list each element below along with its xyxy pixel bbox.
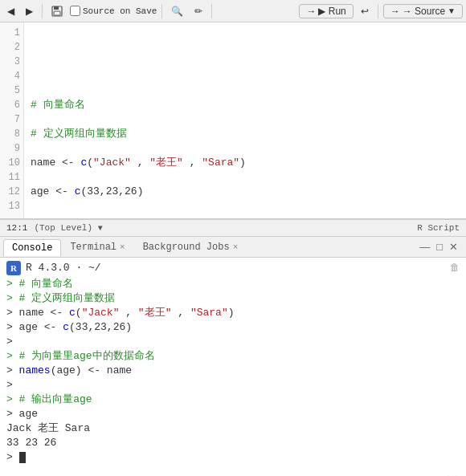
console-tabs-bar: Console Terminal × Background Jobs × — □… xyxy=(0,237,466,258)
code-line-6: age <- c(33,23,26) xyxy=(31,185,460,199)
code-editor[interactable]: # 向量命名 # 定义两组向量数据 name <- c("Jack" , "老王… xyxy=(24,22,466,218)
sep4 xyxy=(378,4,378,18)
background-jobs-close-button[interactable]: × xyxy=(233,243,239,252)
console-header: R R 4.3.0 · ~/ 🗑 xyxy=(6,261,460,275)
console-r-version: R 4.3.0 · ~/ xyxy=(26,261,101,275)
editor-area: 1 2 3 4 5 6 7 8 9 10 11 12 13 # 向量命名 # 定… xyxy=(0,22,466,219)
cursor-position: 12:1 xyxy=(6,223,27,233)
maximize-console-button[interactable]: □ xyxy=(435,242,444,252)
run-arrow-icon: → xyxy=(306,6,316,17)
console-line-6: > # 为向量里age中的数据命名 xyxy=(6,349,460,364)
console-line-4: > age <- c(33,23,26) xyxy=(6,320,460,335)
source-on-save-label[interactable]: Source on Save xyxy=(70,6,157,16)
terminal-close-button[interactable]: × xyxy=(120,243,125,252)
toolbar: ◀ ▶ Source on Save 🔍 ✏ → ▶ Run ↩ → → Sou… xyxy=(0,0,466,22)
console-line-5: > xyxy=(6,335,460,349)
minimize-console-button[interactable]: — xyxy=(418,242,431,252)
console-line-9: > # 输出向量age xyxy=(6,393,460,407)
source-arrow-icon: → xyxy=(390,6,400,17)
sep1 xyxy=(42,4,43,18)
sep3 xyxy=(211,4,212,18)
console-line-7: > names(age) <- name xyxy=(6,364,460,378)
editor-content: 1 2 3 4 5 6 7 8 9 10 11 12 13 # 向量命名 # 定… xyxy=(0,22,466,218)
console-output-1: Jack 老王 Sara xyxy=(6,421,460,436)
console-line-2: > # 定义两组向量数据 xyxy=(6,291,460,306)
console-line-10: > age xyxy=(6,407,460,421)
tab-terminal[interactable]: Terminal × xyxy=(61,238,133,255)
code-line-5: name <- c("Jack" , "老王" , "Sara") xyxy=(31,156,460,170)
search-button[interactable]: 🔍 xyxy=(167,3,187,19)
scope-level: (Top Level) ▼ xyxy=(34,223,102,233)
console-output-2: 33 23 26 xyxy=(6,436,460,450)
console-line-3: > name <- c("Jack" , "老王" , "Sara") xyxy=(6,306,460,320)
code-tools-button[interactable]: ✏ xyxy=(190,3,206,19)
clear-console-button[interactable]: ✕ xyxy=(448,242,460,252)
source-dropdown-icon[interactable]: ▼ xyxy=(448,6,456,15)
undo-button[interactable]: ◀ xyxy=(3,3,18,19)
console-area[interactable]: R R 4.3.0 · ~/ 🗑 > # 向量命名 > # 定义两组向量数据 >… xyxy=(0,258,466,476)
run-button[interactable]: → ▶ Run xyxy=(299,4,353,18)
source-button[interactable]: → → Source ▼ xyxy=(383,4,463,18)
tab-console[interactable]: Console xyxy=(3,239,61,256)
line-numbers: 1 2 3 4 5 6 7 8 9 10 11 12 13 xyxy=(0,22,24,218)
source-on-save-checkbox[interactable] xyxy=(70,6,80,16)
tab-background-jobs[interactable]: Background Jobs × xyxy=(134,238,247,255)
watermark: CSDN @冰冰 xyxy=(411,473,460,476)
save-icon xyxy=(51,6,63,17)
status-bar: 12:1 (Top Level) ▼ R Script xyxy=(0,219,466,237)
scope-dropdown-icon[interactable]: ▼ xyxy=(98,224,103,233)
clear-icon[interactable]: 🗑 xyxy=(450,261,460,275)
code-line-2 xyxy=(31,69,460,83)
console-prompt-cursor: > xyxy=(6,450,460,465)
sep2 xyxy=(161,4,162,18)
console-icon-group: — □ ✕ xyxy=(418,242,463,252)
code-line-1 xyxy=(31,40,460,55)
r-logo: R xyxy=(6,261,21,275)
save-button[interactable] xyxy=(47,3,67,19)
script-type: R Script xyxy=(417,223,460,233)
console-line-8: > xyxy=(6,378,460,393)
code-line-3: # 向量命名 xyxy=(31,98,460,112)
code-line-7 xyxy=(31,214,460,218)
re-run-button[interactable]: ↩ xyxy=(357,3,373,19)
redo-button[interactable]: ▶ xyxy=(22,3,37,19)
svg-rect-1 xyxy=(54,6,59,10)
svg-rect-2 xyxy=(54,11,60,15)
code-line-4: # 定义两组向量数据 xyxy=(31,127,460,141)
console-line-1: > # 向量命名 xyxy=(6,277,460,291)
